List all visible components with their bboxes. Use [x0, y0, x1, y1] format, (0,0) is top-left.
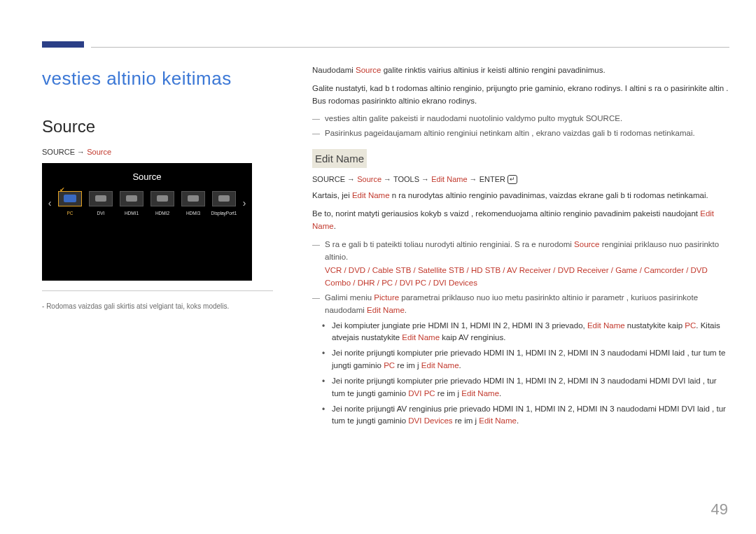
t: PC: [384, 361, 395, 370]
t: HDMI IN 1: [493, 405, 531, 413]
port-icon: [126, 195, 137, 202]
t: HDMI IN 3: [577, 405, 615, 413]
t: DVI Devices: [408, 416, 452, 425]
t-source-btn: SOURCE: [586, 114, 620, 122]
t: re im j: [453, 416, 479, 425]
note-remote-source: vesties altin galite pakeisti ir naudoda…: [312, 113, 729, 125]
t: Source: [357, 175, 382, 183]
t: .: [517, 416, 519, 425]
t: Edit Name: [479, 416, 517, 425]
osd-item-hdmi3[interactable]: HDMI3: [179, 191, 207, 217]
t: Edit Name: [431, 175, 467, 183]
t: re im j: [435, 389, 462, 398]
t: → TOOLS →: [382, 175, 431, 183]
right-column: Naudodami Source galite rinktis vairius …: [312, 64, 729, 430]
port-icon: [218, 195, 230, 202]
t: Jei norite prijungti kompiuter prie prie…: [332, 377, 717, 398]
t: Edit Name: [587, 321, 625, 330]
footnote-text: Rodomas vaizdas gali skirtis atsi velgia…: [46, 302, 229, 310]
t: DVI PC: [408, 389, 435, 398]
bullet-hdmi-cable-pc: Jei norite prijungti kompiuter prie prie…: [312, 347, 729, 372]
t: re im j: [395, 361, 421, 370]
t-source: Source: [356, 66, 381, 74]
section-heading-source: Source: [42, 113, 273, 139]
osd-title: Source: [42, 170, 252, 184]
bullet-av-dvi-devices: Jei norite prijungti AV renginius prie p…: [312, 403, 729, 428]
para-3: Kartais, jei Edit Name n ra nurodytas al…: [312, 190, 729, 202]
t: Edit Name: [421, 361, 459, 370]
page-title: vesties altinio keitimas: [42, 64, 273, 92]
port-icon: [188, 195, 199, 202]
osd-label: HDMI3: [179, 210, 207, 217]
osd-icon-hdmi2: [150, 191, 174, 206]
device-list: VCR / DVD / Cable STB / Satellite STB / …: [325, 265, 729, 290]
enter-icon: ↵: [507, 175, 517, 184]
t: Naudodami: [312, 66, 356, 74]
port-icon: [95, 195, 106, 202]
osd-icon-hdmi1: [120, 191, 144, 206]
osd-item-hdmi1[interactable]: HDMI1: [118, 191, 146, 217]
t: .: [334, 222, 336, 230]
osd-item-dvi[interactable]: DVI: [87, 191, 115, 217]
left-footnote: - Rodomas vaizdas gali skirtis atsi velg…: [42, 301, 273, 312]
para-1: Naudodami Source galite rinktis vairius …: [312, 64, 729, 77]
t: Edit Name: [402, 333, 440, 342]
osd-label: HDMI2: [148, 210, 176, 217]
note-device-list: S ra e gali b ti pateikti toliau nurodyt…: [312, 239, 729, 290]
osd-icon-pc: ✔: [58, 191, 82, 206]
subheading-edit-name: Edit Name: [312, 149, 367, 168]
port-icon: [157, 195, 168, 202]
bullet-hdmi-pc: Jei kompiuter jungiate prie HDMI IN 1, H…: [312, 320, 729, 345]
t: Edit Name: [367, 306, 405, 314]
nav-path-edit-name: SOURCE → Source → TOOLS → Edit Name → EN…: [312, 174, 729, 185]
header-rule: [91, 47, 729, 48]
path-source: Source: [87, 148, 111, 156]
osd-icon-dp1: [212, 191, 236, 206]
t: .: [620, 114, 622, 122]
osd-item-displayport1[interactable]: DisplayPort1: [210, 191, 238, 217]
t: galite rinktis vairius altinius ir keist…: [381, 66, 605, 74]
path-prefix: SOURCE →: [42, 148, 87, 156]
content-columns: vesties altinio keitimas Source SOURCE →…: [42, 64, 729, 430]
osd-icon-dvi: [89, 191, 113, 206]
page: vesties altinio keitimas Source SOURCE →…: [0, 0, 756, 534]
t: Picture: [374, 293, 399, 302]
bullet-hdmi-dvi-pc: Jei norite prijungti kompiuter prie prie…: [312, 375, 729, 400]
t: Edit Name: [352, 191, 390, 199]
osd-row: ‹ ✔ PC DVI HDMI1: [42, 191, 252, 217]
t: kaip AV renginius.: [440, 333, 505, 342]
osd-label: HDMI1: [118, 210, 146, 217]
para-2: Galite nustatyti, kad b t rodomas altini…: [312, 83, 729, 108]
osd-arrow-right[interactable]: ›: [241, 196, 248, 211]
osd-item-hdmi2[interactable]: HDMI2: [148, 191, 176, 217]
t: PC: [685, 321, 696, 330]
left-column: vesties altinio keitimas Source SOURCE →…: [42, 64, 273, 430]
t: S ra e gali b ti pateikti toliau nurodyt…: [325, 240, 574, 248]
para-4: Be to, norint matyti geriausios kokyb s …: [312, 208, 729, 233]
footnote-dash: -: [42, 302, 44, 310]
t: SOURCE →: [312, 175, 357, 183]
t: vesties altin galite pakeisti ir naudoda…: [325, 114, 586, 122]
nav-path-source: SOURCE → Source: [42, 146, 273, 158]
t: nustatykite kaip: [625, 321, 685, 330]
t: .: [405, 306, 407, 314]
osd-item-pc[interactable]: ✔ PC: [56, 191, 84, 217]
left-separator: [42, 290, 273, 291]
port-icon: [64, 195, 76, 202]
note-wrong-source: Pasirinkus pageidaujamam altinio rengini…: [312, 127, 729, 140]
t: Jei kompiuter jungiate prie HDMI IN 1, H…: [332, 321, 587, 330]
t: Edit Name: [461, 389, 499, 398]
header-accent-block: [42, 41, 84, 48]
note-picture-params: Galimi meniu Picture parametrai priklaus…: [312, 292, 729, 317]
t: .: [459, 361, 461, 370]
t: Galimi meniu: [325, 293, 374, 302]
t: Source: [574, 240, 599, 248]
t: n ra nurodytas altinio renginio pavadini…: [390, 191, 708, 199]
t: .: [499, 389, 501, 398]
page-number: 49: [711, 498, 728, 521]
source-osd-preview: Source ‹ ✔ PC DVI: [42, 163, 252, 281]
osd-arrow-left[interactable]: ‹: [46, 196, 53, 211]
osd-label: PC: [56, 210, 84, 217]
t: Jei norite prijungti AV renginius prie p…: [332, 405, 493, 413]
t: Kartais, jei: [312, 191, 352, 199]
